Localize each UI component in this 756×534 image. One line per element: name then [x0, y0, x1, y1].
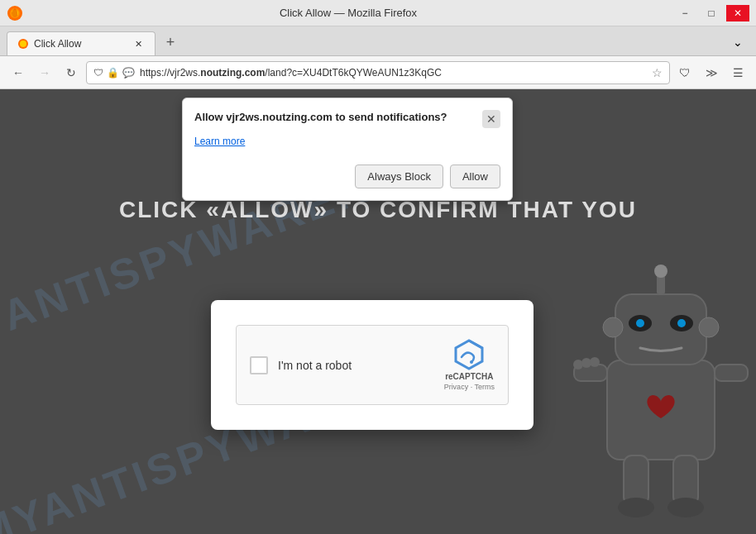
svg-rect-6	[615, 294, 706, 365]
tab-menu-button[interactable]: ⌄	[726, 31, 749, 54]
tab-close-button[interactable]: ✕	[132, 37, 145, 50]
tab-bar: Click Allow ✕ + ⌄	[0, 26, 756, 56]
title-bar-left	[7, 5, 23, 21]
tab-label: Click Allow	[34, 38, 81, 50]
popup-learn-more-section: Learn more	[183, 133, 512, 158]
lock-icon: 🔒	[107, 67, 119, 79]
robot-illustration	[557, 228, 756, 534]
svg-point-8	[654, 265, 667, 278]
content-area: MYANTISPYWARE.COM MYANTISPYWARE.COM CLIC…	[0, 89, 756, 534]
recaptcha-links: Privacy · Terms	[444, 383, 495, 391]
popup-header: Allow vjr2ws.noutzing.com to send notifi…	[183, 98, 512, 133]
browser-window: Click Allow — Mozilla Firefox − □ ✕ Clic…	[0, 0, 756, 534]
minimize-button[interactable]: −	[673, 5, 696, 21]
allow-button[interactable]: Allow	[450, 164, 500, 188]
nav-bar: ← → ↻ 🛡 🔒 💬 https://vjr2ws.noutzing.com/…	[0, 56, 756, 89]
forward-button[interactable]: →	[33, 61, 56, 84]
recaptcha-brand-text: reCAPTCHA	[445, 372, 493, 381]
popup-close-button[interactable]: ✕	[482, 110, 500, 128]
address-bar[interactable]: 🛡 🔒 💬 https://vjr2ws.noutzing.com/land?c…	[86, 61, 670, 84]
svg-point-24	[470, 360, 473, 364]
captcha-inner: I'm not a robot reCAPTCHA Privacy · Te	[236, 325, 509, 405]
captcha-box: I'm not a robot reCAPTCHA Privacy · Te	[211, 300, 534, 430]
captcha-checkbox[interactable]	[250, 356, 268, 374]
new-tab-button[interactable]: +	[159, 31, 182, 54]
svg-point-11	[636, 319, 644, 327]
svg-rect-14	[715, 365, 748, 381]
close-button[interactable]: ✕	[726, 5, 749, 21]
popup-buttons: Always Block Allow	[183, 158, 512, 200]
learn-more-link[interactable]: Learn more	[194, 136, 245, 147]
svg-point-17	[590, 357, 600, 367]
svg-point-12	[677, 319, 686, 327]
menu-button[interactable]: ☰	[726, 61, 749, 84]
svg-point-4	[20, 41, 26, 47]
captcha-left: I'm not a robot	[250, 356, 352, 374]
shield-icon: 🛡	[93, 67, 103, 79]
svg-point-22	[603, 317, 623, 337]
popup-title: Allow vjr2ws.noutzing.com to send notifi…	[194, 110, 447, 125]
always-block-button[interactable]: Always Block	[355, 164, 443, 188]
extensions-button[interactable]: ≫	[700, 61, 723, 84]
toolbar-icons: 🛡 ≫ ☰	[673, 61, 749, 84]
url-text: https://vjr2ws.noutzing.com/land?c=XU4Dt…	[140, 67, 647, 79]
window-title: Click Allow — Mozilla Firefox	[23, 7, 673, 19]
recaptcha-logo-icon	[453, 339, 485, 370]
svg-point-21	[667, 498, 704, 517]
restore-button[interactable]: □	[700, 5, 723, 21]
notification-popup: Allow vjr2ws.noutzing.com to send notifi…	[182, 98, 513, 201]
title-bar: Click Allow — Mozilla Firefox − □ ✕	[0, 0, 756, 26]
notification-permission-icon: 💬	[122, 67, 135, 79]
bookmark-star-icon[interactable]: ☆	[652, 66, 663, 79]
address-icons: 🛡 🔒 💬	[93, 67, 135, 79]
svg-point-23	[699, 317, 719, 337]
active-tab[interactable]: Click Allow ✕	[7, 31, 156, 55]
captcha-label: I'm not a robot	[278, 359, 352, 372]
tab-favicon-icon	[17, 38, 29, 50]
svg-point-20	[618, 498, 654, 517]
back-button[interactable]: ←	[7, 61, 30, 84]
privacy-link[interactable]: Privacy	[444, 383, 469, 391]
shield-toolbar-button[interactable]: 🛡	[673, 61, 696, 84]
window-controls: − □ ✕	[673, 5, 749, 21]
reload-button[interactable]: ↻	[60, 61, 83, 84]
captcha-right: reCAPTCHA Privacy · Terms	[444, 339, 495, 391]
terms-link[interactable]: Terms	[475, 383, 495, 391]
svg-point-15	[573, 360, 583, 370]
firefox-logo-icon	[7, 5, 23, 21]
